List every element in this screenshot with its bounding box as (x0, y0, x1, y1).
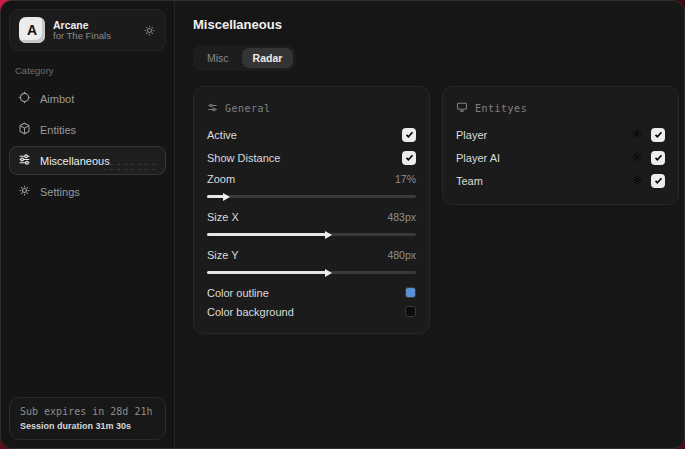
zoom-slider-group: Zoom 17% (207, 169, 416, 198)
entity-row-player-ai: Player AI (456, 146, 665, 169)
show-distance-checkbox[interactable] (402, 151, 416, 165)
player-settings-gear-icon[interactable] (631, 126, 643, 144)
color-label: Color background (207, 306, 294, 318)
cube-icon (18, 122, 31, 137)
mini-sliders-icon (207, 99, 218, 117)
sub-expires-text: Sub expires in 28d 21h (20, 406, 155, 417)
sidebar-item-aimbot[interactable]: Aimbot (9, 84, 166, 113)
monitor-icon (456, 99, 468, 117)
subscription-card: Sub expires in 28d 21h Session duration … (9, 397, 166, 440)
entity-label: Player AI (456, 152, 500, 164)
entities-panel: Entityes Player (442, 86, 679, 205)
sidebar: A Arcane for The Finals Category (1, 1, 175, 448)
slider-fill (207, 195, 224, 198)
general-panel: General Active Show Distance (193, 86, 430, 334)
sidebar-item-label: Entities (40, 124, 76, 136)
page-title: Miscellaneous (193, 17, 679, 32)
color-background-row: Color background (207, 302, 416, 321)
toggle-label: Active (207, 129, 237, 141)
slider-thumb[interactable] (325, 231, 332, 239)
entity-row-player: Player (456, 123, 665, 146)
sidebar-item-label: Settings (40, 186, 80, 198)
sidebar-item-label: Miscellaneous (40, 155, 110, 167)
size-y-slider-group: Size Y 480px (207, 245, 416, 274)
outline-color-swatch[interactable] (405, 287, 416, 298)
slider-fill (207, 271, 326, 274)
background-color-swatch[interactable] (405, 306, 416, 317)
active-checkbox[interactable] (402, 128, 416, 142)
team-settings-gear-icon[interactable] (631, 172, 643, 190)
app-window: A Arcane for The Finals Category (0, 0, 685, 449)
tab-radar[interactable]: Radar (242, 48, 294, 68)
tab-misc[interactable]: Misc (196, 48, 240, 68)
general-panel-title: General (225, 103, 271, 114)
size-x-slider-group: Size X 483px (207, 207, 416, 236)
sidebar-nav: Aimbot Entities (9, 84, 166, 206)
zoom-slider[interactable] (207, 195, 416, 198)
toggle-row-show-distance: Show Distance (207, 146, 416, 169)
slider-value: 17% (395, 173, 416, 185)
toggle-label: Show Distance (207, 152, 280, 164)
color-label: Color outline (207, 287, 269, 299)
entities-panel-title: Entityes (475, 103, 527, 114)
sidebar-item-label: Aimbot (40, 93, 74, 105)
slider-label: Size X (207, 211, 239, 223)
tab-bar: Misc Radar (193, 45, 296, 71)
slider-label: Zoom (207, 173, 235, 185)
slider-thumb[interactable] (223, 193, 230, 201)
entity-row-team: Team (456, 169, 665, 192)
category-label: Category (15, 65, 160, 76)
entity-label: Team (456, 175, 483, 187)
entities-panel-header: Entityes (456, 99, 665, 117)
sidebar-item-miscellaneous[interactable]: Miscellaneous (9, 146, 166, 175)
app-title: Arcane (53, 19, 135, 31)
app-logo: A (19, 17, 45, 43)
toggle-row-active: Active (207, 123, 416, 146)
panels-row: General Active Show Distance (193, 86, 679, 334)
app-subtitle: for The Finals (53, 31, 135, 42)
crosshair-icon (18, 91, 31, 106)
player-checkbox[interactable] (651, 128, 665, 142)
player-ai-checkbox[interactable] (651, 151, 665, 165)
color-outline-row: Color outline (207, 283, 416, 302)
entity-label: Player (456, 129, 487, 141)
main-content: Miscellaneous Misc Radar General (175, 1, 685, 448)
sidebar-item-settings[interactable]: Settings (9, 177, 166, 206)
size-x-slider[interactable] (207, 233, 416, 236)
slider-label: Size Y (207, 249, 239, 261)
session-duration-text: Session duration 31m 30s (20, 421, 155, 431)
sidebar-item-entities[interactable]: Entities (9, 115, 166, 144)
gear-icon (18, 184, 31, 199)
slider-value: 480px (387, 249, 416, 261)
size-y-slider[interactable] (207, 271, 416, 274)
slider-thumb[interactable] (325, 269, 332, 277)
profile-card: A Arcane for The Finals (9, 9, 166, 51)
sliders-icon (18, 153, 31, 168)
slider-fill (207, 233, 326, 236)
slider-value: 483px (387, 211, 416, 223)
general-panel-header: General (207, 99, 416, 117)
profile-meta: Arcane for The Finals (53, 19, 135, 42)
team-checkbox[interactable] (651, 174, 665, 188)
player-ai-settings-gear-icon[interactable] (631, 149, 643, 167)
profile-gear-icon[interactable] (143, 24, 156, 37)
